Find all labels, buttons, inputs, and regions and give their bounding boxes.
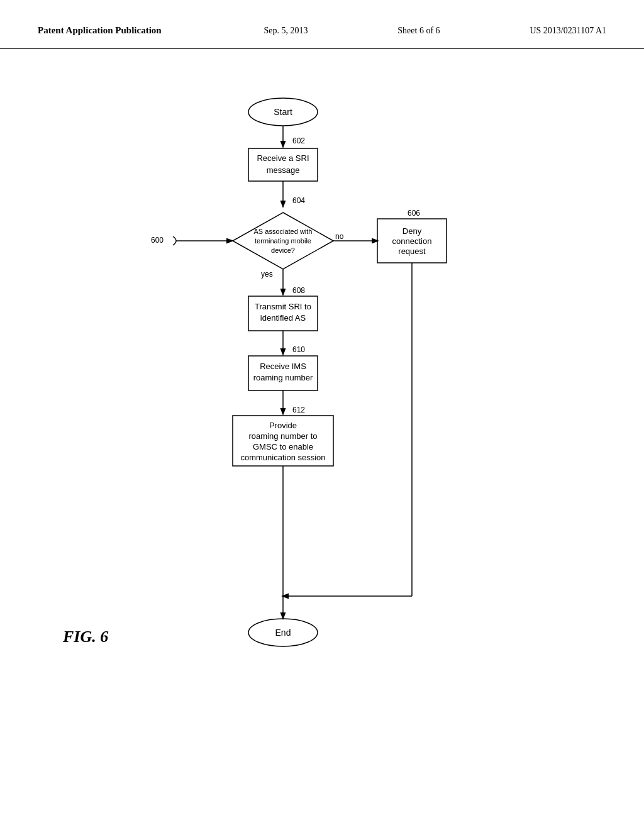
patent-label: US 2013/0231107 A1 — [530, 26, 606, 36]
end-label: End — [275, 628, 291, 638]
diamond-text3: device? — [271, 246, 295, 254]
deny-text1: Deny — [402, 226, 422, 236]
provide-text4: communication session — [240, 453, 325, 462]
provide-text2: roaming number to — [248, 431, 317, 441]
provide-text1: Provide — [269, 421, 297, 430]
deny-text3: request — [398, 246, 426, 256]
receive-sri-text2: message — [267, 165, 300, 175]
page: Patent Application Publication Sep. 5, 2… — [0, 0, 644, 830]
diamond-text2: terminating mobile — [255, 237, 311, 245]
diagram-area: Start 602 Receive a SRI message 604 AS a… — [0, 49, 644, 772]
receive-ims-text2: roaming number — [253, 373, 313, 382]
flowchart-svg: Start 602 Receive a SRI message 604 AS a… — [88, 80, 528, 709]
label-604: 604 — [292, 196, 305, 205]
publication-label: Patent Application Publication — [38, 25, 162, 36]
sheet-label: Sheet 6 of 6 — [397, 26, 440, 36]
header: Patent Application Publication Sep. 5, 2… — [0, 0, 644, 49]
label-606: 606 — [408, 209, 420, 218]
yes-label: yes — [261, 270, 273, 279]
transmit-text2: identified AS — [260, 313, 306, 323]
receive-ims-text1: Receive IMS — [260, 362, 306, 371]
label-602: 602 — [292, 136, 305, 145]
label-600: 600 — [151, 236, 164, 245]
no-label: no — [335, 232, 344, 241]
transmit-text1: Transmit SRI to — [255, 302, 311, 311]
label-612: 612 — [292, 406, 305, 414]
receive-sri-text: Receive a SRI — [257, 153, 309, 163]
label-608: 608 — [292, 286, 305, 295]
diamond-text1: AS associated with — [254, 228, 313, 235]
deny-text2: connection — [392, 236, 432, 246]
label-610: 610 — [292, 345, 305, 354]
start-label: Start — [274, 107, 292, 117]
provide-text3: GMSC to enable — [253, 442, 313, 451]
date-label: Sep. 5, 2013 — [264, 26, 308, 36]
figure-label: FIG. 6 — [63, 628, 108, 646]
